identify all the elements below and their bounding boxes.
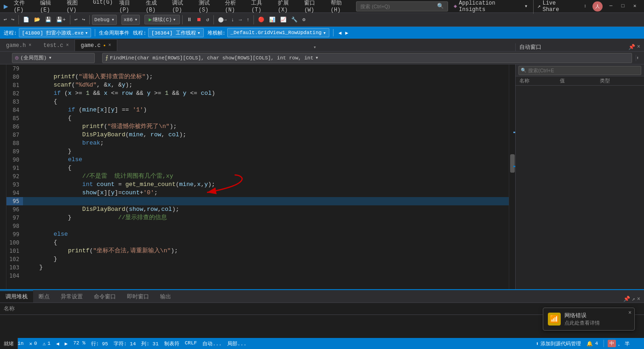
tab-close-game-h[interactable]: ×	[29, 43, 31, 48]
menu-project[interactable]: 项目(P)	[116, 0, 142, 14]
tab-immediate[interactable]: 即时窗口	[121, 291, 155, 302]
application-insights-button[interactable]: ◈ Application Insights ▾	[451, 0, 530, 14]
error-count[interactable]: ✕ 0	[29, 341, 37, 347]
menu-window[interactable]: 窗口(W)	[301, 0, 327, 14]
line-79: 79	[6, 64, 23, 73]
nav-back[interactable]: ◀	[337, 30, 343, 36]
stack-label: 堆栈帧:	[207, 29, 226, 36]
pause-button[interactable]: ⏸	[185, 16, 194, 23]
menu-edit[interactable]: 编辑(E)	[37, 0, 63, 14]
restart-button[interactable]: ↺	[204, 16, 211, 23]
line-ending[interactable]: CRLF	[185, 340, 197, 347]
redo-button[interactable]: ↪	[10, 16, 17, 23]
thread-selector[interactable]: 线程: [36364] 工作线程 ▾	[133, 28, 203, 37]
zoom-level[interactable]: 72 %	[73, 340, 85, 347]
thread-dropdown[interactable]: [36364] 工作线程 ▾	[148, 28, 203, 37]
nav-forward-status[interactable]: ▶	[65, 341, 68, 347]
debug-config-dropdown[interactable]: Debug ▾	[92, 15, 117, 25]
show-next-stmt[interactable]: ⬤→	[216, 16, 229, 23]
tab-close-test-c[interactable]: ×	[66, 43, 69, 48]
maximize-button[interactable]: □	[617, 1, 628, 11]
add-source-control[interactable]: ⬆ 添加到源代码管理	[536, 340, 581, 347]
menu-file[interactable]: 文件(F)	[11, 0, 36, 14]
user-avatar[interactable]: 人	[592, 1, 603, 12]
function-dropdown[interactable]: ⨍ FindMine(char mine[ROWS][COLS], char s…	[102, 53, 632, 63]
notification-count[interactable]: 🔔 4	[586, 341, 598, 347]
process-dropdown[interactable]: [41800] 扫雷小游戏.exe ▾	[19, 28, 92, 37]
tab-output[interactable]: 输出	[155, 291, 177, 302]
tab-game-c[interactable]: game.c ● ×	[75, 39, 117, 51]
event-item[interactable]: 生命周期事件	[99, 29, 129, 36]
step-out[interactable]: ↑	[245, 16, 252, 23]
platform-dropdown[interactable]: x86 ▾	[121, 15, 140, 25]
step-into[interactable]: ↓	[229, 16, 236, 23]
breakpoint-button[interactable]: 🔴	[256, 16, 266, 23]
continue-dropdown-icon: ▾	[173, 17, 176, 23]
menu-build[interactable]: 生成(B)	[143, 0, 168, 14]
more-tools-1[interactable]: 📊	[267, 16, 277, 23]
menu-bar[interactable]: 文件(F) 编辑(E) 视图(V) Git(G) 项目(P) 生成(B) 调试(…	[11, 0, 354, 14]
stack-selector[interactable]: 堆栈帧: _Default.GridView1_RowUpdating ▾	[207, 28, 329, 37]
notification-close-button[interactable]: ×	[628, 310, 632, 316]
panel-pin-icon[interactable]: 📌	[623, 296, 630, 302]
save-button[interactable]: 💾	[43, 16, 53, 23]
menu-analyze[interactable]: 分析(N)	[222, 0, 247, 14]
scope-dropdown[interactable]: ◎ (全局范围) ▾	[12, 53, 95, 63]
tab-close-game-c[interactable]: ×	[109, 43, 111, 48]
code-editor[interactable]: printf("请输入要排查雷的坐标"); scanf("%d%d", &x, …	[23, 64, 509, 289]
tab-test-c[interactable]: test.c ×	[37, 39, 75, 51]
menu-tools[interactable]: 工具(T)	[248, 0, 274, 14]
panel-close-icon[interactable]: ×	[637, 296, 640, 302]
more-tools-4[interactable]: ⚙	[300, 16, 307, 23]
error-notification[interactable]: × 📶 网络错误 点此处查看详情	[543, 308, 635, 331]
tab-breakpoints[interactable]: 断点	[33, 291, 55, 302]
line-89: 89	[6, 147, 23, 156]
menu-git[interactable]: Git(G)	[90, 0, 115, 14]
panel-move-icon[interactable]: ↗	[632, 296, 635, 302]
tab-command-window[interactable]: 命令窗口	[88, 291, 121, 302]
mode2[interactable]: 局部...	[227, 340, 247, 347]
indent-mode[interactable]: 制表符	[164, 340, 179, 347]
menu-view[interactable]: 视图(V)	[64, 0, 89, 14]
auto-window-pin[interactable]: 📌	[628, 44, 635, 51]
continue-button[interactable]: ▶ 继续(C) ▾	[144, 15, 180, 24]
undo-button[interactable]: ↩	[2, 16, 9, 23]
scrollbar-thumb[interactable]	[510, 154, 515, 173]
minimize-button[interactable]: ─	[605, 1, 616, 11]
warning-count[interactable]: ⚠ 1	[43, 341, 51, 347]
close-button[interactable]: ✕	[629, 1, 640, 11]
expand-button[interactable]: ↕	[581, 3, 590, 10]
menu-extensions[interactable]: 扩展(X)	[275, 0, 300, 14]
more-tools-3[interactable]: 🔧	[289, 16, 299, 23]
global-search[interactable]	[360, 4, 437, 9]
open-button[interactable]: 📂	[32, 16, 42, 23]
tab-game-h[interactable]: game.h ×	[0, 39, 37, 51]
call-stack-column: 名称	[4, 306, 15, 312]
window-controls[interactable]: 人 ─ □ ✕	[592, 1, 640, 12]
menu-debug[interactable]: 调试(D)	[169, 0, 195, 14]
step-over[interactable]: →	[237, 16, 244, 23]
tab-list-button[interactable]: ▾	[311, 43, 318, 51]
save-all-button[interactable]: 💾+	[54, 16, 68, 23]
tab-exception-settings[interactable]: 异常设置	[55, 291, 88, 302]
notification-subtitle[interactable]: 点此处查看详情	[564, 320, 600, 326]
stack-dropdown[interactable]: _Default.GridView1_RowUpdating ▾	[227, 28, 329, 37]
nav-back-status[interactable]: ◀	[56, 341, 59, 347]
debug-nav[interactable]: ◀ ▶	[337, 30, 350, 36]
toolbar-separator-6	[253, 15, 254, 24]
stop-button[interactable]: ⏹	[195, 16, 203, 23]
forward-button[interactable]: ↪	[80, 16, 87, 23]
scroll-indicator[interactable]	[509, 64, 515, 289]
auto-window-search[interactable]	[526, 68, 639, 73]
nav-forward[interactable]: ▶	[344, 30, 350, 36]
menu-help[interactable]: 帮助(H)	[328, 0, 353, 14]
new-file-button[interactable]: 📄	[21, 16, 31, 23]
tab-call-stack[interactable]: 调用堆栈	[0, 291, 33, 302]
auto-window-close[interactable]: ×	[637, 44, 640, 51]
mode1[interactable]: 自动...	[202, 340, 222, 347]
live-share-button[interactable]: ↗ Live Share	[533, 0, 578, 14]
process-selector[interactable]: 进程: [41800] 扫雷小游戏.exe ▾	[4, 28, 91, 37]
back-button[interactable]: ↩	[73, 16, 80, 23]
menu-test[interactable]: 测试(S)	[196, 0, 221, 14]
more-tools-2[interactable]: 📈	[278, 16, 288, 23]
